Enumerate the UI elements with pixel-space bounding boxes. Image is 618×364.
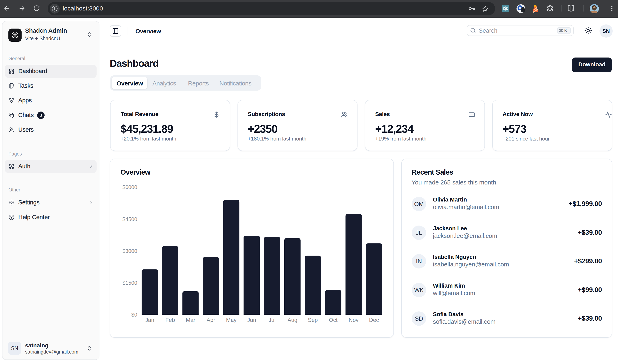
svg-text:Feb: Feb [165,317,175,323]
svg-text:$4500: $4500 [122,216,137,222]
svg-text:Apr: Apr [207,317,215,323]
svg-text:$3000: $3000 [122,248,137,254]
svg-text:Dec: Dec [369,317,379,323]
svg-text:Jul: Jul [269,317,276,323]
svg-text:Aug: Aug [288,317,297,323]
svg-text:Mar: Mar [186,317,195,323]
svg-text:Jan: Jan [145,317,154,323]
svg-text:May: May [226,317,237,323]
svg-text:$0: $0 [131,312,137,318]
svg-text:Oct: Oct [329,317,338,323]
svg-text:$6000: $6000 [122,184,137,190]
svg-text:$1500: $1500 [122,280,137,286]
svg-text:Sep: Sep [308,317,318,323]
svg-text:Jun: Jun [247,317,256,323]
svg-text:Nov: Nov [349,317,359,323]
